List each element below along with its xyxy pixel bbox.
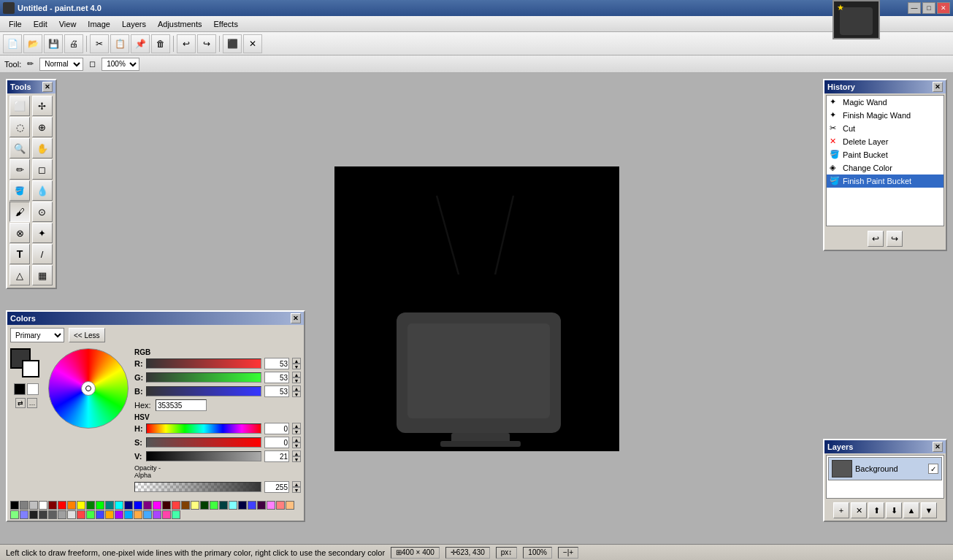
r-down[interactable]: ▼ (292, 364, 301, 369)
swatch-near-black[interactable] (29, 510, 38, 519)
move-layer-up-btn[interactable]: ▲ (903, 502, 919, 518)
swatch-magenta[interactable] (153, 501, 161, 510)
tool-text[interactable]: T (9, 244, 30, 264)
deselect-button[interactable]: ✕ (243, 34, 262, 53)
swatch-spring-green[interactable] (86, 510, 95, 519)
black-swatch[interactable] (14, 383, 26, 395)
swatch-sky-blue[interactable] (124, 510, 133, 519)
swatch-orange[interactable] (67, 501, 76, 510)
g-up[interactable]: ▲ (292, 372, 301, 377)
s-input[interactable] (264, 437, 289, 448)
v-down[interactable]: ▼ (292, 456, 301, 462)
opacity-select[interactable]: 100% 75% 50% (102, 58, 139, 71)
history-item-change-color[interactable]: ◈ Change Color (827, 161, 944, 174)
g-down[interactable]: ▼ (292, 377, 301, 383)
swatch-purple[interactable] (143, 501, 152, 510)
history-list[interactable]: ✦ Magic Wand ✦ Finish Magic Wand ✂ Cut ✕… (826, 95, 944, 226)
new-button[interactable]: 📄 (3, 34, 22, 53)
zoom-plus-icon[interactable]: + (569, 548, 573, 556)
tool-zoom[interactable]: 🔍 (9, 138, 30, 158)
swatch-mint[interactable] (10, 510, 19, 519)
copy-button[interactable]: 📋 (110, 34, 129, 53)
swatch-light-amber[interactable] (134, 510, 142, 519)
swatch-lime[interactable] (96, 501, 104, 510)
print-button[interactable]: 🖨 (64, 34, 83, 53)
swatch-maroon[interactable] (48, 501, 57, 510)
duplicate-layer-btn[interactable]: ⬆ (868, 502, 884, 518)
less-button[interactable]: << Less (69, 328, 105, 342)
swatch-light-orange[interactable] (286, 501, 294, 510)
swatch-dark-purple[interactable] (257, 501, 266, 510)
undo-button[interactable]: ↩ (177, 34, 196, 53)
canvas[interactable] (334, 166, 619, 451)
swatch-light-gray[interactable] (58, 510, 66, 519)
swap-colors-btn[interactable]: ⇄ (15, 398, 26, 408)
b-input[interactable] (264, 386, 289, 397)
swatch-black[interactable] (10, 501, 19, 510)
tool-pencil[interactable]: ✏ (9, 159, 30, 180)
delete-button[interactable]: 🗑 (151, 34, 170, 53)
tool-rectangle-select[interactable]: ⬜ (9, 96, 30, 116)
opacity-input[interactable] (264, 481, 289, 493)
color-wheel[interactable] (48, 348, 129, 429)
tool-pan[interactable]: ✋ (32, 138, 53, 158)
swatch-light-green[interactable] (210, 501, 218, 510)
swatch-light-yellow[interactable] (191, 501, 199, 510)
color-mode-select[interactable]: Primary Secondary (10, 328, 64, 342)
swatch-light-red[interactable] (172, 501, 180, 510)
history-panel-close[interactable]: ✕ (933, 82, 943, 92)
tool-magic-wand[interactable]: ✦ (32, 223, 53, 243)
r-slider[interactable] (146, 358, 261, 369)
minimize-button[interactable]: — (908, 2, 921, 14)
swatch-coral[interactable] (77, 510, 85, 519)
open-button[interactable]: 📂 (23, 34, 42, 53)
h-slider[interactable] (146, 423, 261, 434)
swatch-light-cyan[interactable] (229, 501, 237, 510)
move-layer-down-btn[interactable]: ▼ (921, 502, 937, 518)
save-button[interactable]: 💾 (44, 34, 63, 53)
layers-panel-close[interactable]: ✕ (933, 442, 943, 452)
r-up[interactable]: ▲ (292, 358, 301, 364)
swatch-violet[interactable] (115, 510, 123, 519)
b-slider[interactable] (146, 386, 261, 396)
history-item-finish-paint-bucket[interactable]: 🪣 Finish Paint Bucket (827, 174, 944, 188)
tool-brush[interactable]: 🖌 (9, 202, 30, 222)
swatch-cyan[interactable] (115, 501, 123, 510)
h-input[interactable] (264, 423, 289, 434)
swatch-gray[interactable] (20, 501, 28, 510)
tool-eraser[interactable]: ◻ (32, 159, 53, 180)
white-swatch[interactable] (27, 383, 39, 395)
tool-recolor[interactable]: ⊗ (9, 223, 30, 243)
swatch-seafoam[interactable] (172, 510, 180, 519)
swatch-dark-green[interactable] (200, 501, 209, 510)
swatch-dark-maroon[interactable] (162, 501, 171, 510)
h-down[interactable]: ▼ (292, 429, 301, 434)
swatch-navy[interactable] (124, 501, 133, 510)
v-up[interactable]: ▲ (292, 450, 301, 456)
swatch-white[interactable] (39, 501, 47, 510)
cut-button[interactable]: ✂ (90, 34, 109, 53)
s-down[interactable]: ▼ (292, 442, 301, 448)
delete-layer-btn[interactable]: ✕ (851, 502, 867, 518)
menu-file[interactable]: File (3, 18, 28, 30)
maximize-button[interactable]: □ (922, 2, 935, 14)
swatch-royal-blue[interactable] (96, 510, 104, 519)
redo-button[interactable]: ↪ (197, 34, 216, 53)
history-redo-btn[interactable]: ↪ (887, 231, 903, 247)
menu-adjustments[interactable]: Adjustments (152, 18, 208, 30)
swatch-amber[interactable] (105, 510, 114, 519)
secondary-color-box[interactable] (22, 360, 39, 377)
s-slider[interactable] (146, 437, 261, 448)
r-input[interactable] (264, 358, 289, 369)
more-colors-btn[interactable]: … (27, 398, 37, 408)
tool-move-selection[interactable]: ⊕ (32, 117, 53, 137)
tool-move-selected[interactable]: ✢ (32, 96, 53, 116)
swatch-light-magenta[interactable] (267, 501, 275, 510)
swatch-mid-gray[interactable] (48, 510, 57, 519)
close-button[interactable]: ✕ (937, 2, 950, 14)
hex-input[interactable] (156, 399, 207, 411)
swatch-near-white[interactable] (67, 510, 76, 519)
menu-layers[interactable]: Layers (116, 18, 152, 30)
swatch-dark-navy[interactable] (238, 501, 247, 510)
tool-shapes[interactable]: △ (9, 265, 30, 285)
